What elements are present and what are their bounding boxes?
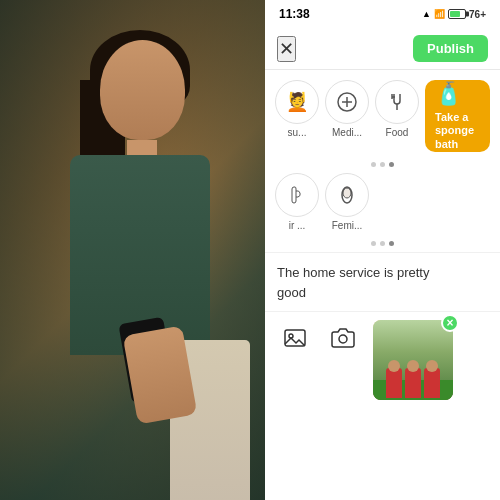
status-time: 11:38: [279, 7, 310, 21]
text-content-line1: The home service is pretty: [277, 263, 488, 283]
publish-button[interactable]: Publish: [413, 35, 488, 62]
media-thumbnail-container: ×: [373, 320, 453, 400]
category-label-medi: Medi...: [332, 127, 362, 138]
category-icon-femi: [325, 173, 369, 217]
category-item-femi[interactable]: Femi...: [325, 173, 369, 231]
category-icon-su: 💆: [275, 80, 319, 124]
battery-label: 76+: [469, 9, 486, 20]
image-picker-button[interactable]: [277, 320, 313, 356]
text-section[interactable]: The home service is pretty good: [265, 252, 500, 312]
thumb-figure-3: [424, 368, 440, 398]
category-label-ir: ir ...: [289, 220, 306, 231]
person-head: [100, 40, 185, 140]
category-item-medi[interactable]: Medi...: [325, 80, 369, 152]
selected-category-icon: 🧴: [435, 81, 462, 107]
wifi-icon: ▲: [422, 9, 431, 19]
dot-3: [389, 162, 394, 167]
category-label-su: su...: [288, 127, 307, 138]
categories-section: 💆 su... Medi...: [265, 70, 500, 156]
category-icon-medi: [325, 80, 369, 124]
thumb-figure-2: [405, 368, 421, 398]
battery-icon: [448, 9, 466, 19]
dots-row-2: [265, 235, 500, 252]
selected-category-label: Take a sponge bath: [435, 111, 480, 151]
status-icons: ▲ 📶 76+: [422, 9, 486, 20]
svg-point-10: [339, 335, 347, 343]
dot-1: [371, 162, 376, 167]
category-label-food: Food: [386, 127, 409, 138]
dot-6: [389, 241, 394, 246]
media-thumbnail: [373, 320, 453, 400]
category-item-food[interactable]: Food: [375, 80, 419, 152]
category-label-femi: Femi...: [332, 220, 363, 231]
media-section: ×: [265, 312, 500, 408]
status-bar: 11:38 ▲ 📶 76+: [265, 0, 500, 28]
remove-thumbnail-button[interactable]: ×: [441, 314, 459, 332]
camera-button[interactable]: [325, 320, 361, 356]
dot-4: [371, 241, 376, 246]
thumb-figure-1: [386, 368, 402, 398]
category-row-2: ir ... Femi...: [265, 173, 500, 235]
close-button[interactable]: ✕: [277, 36, 296, 62]
dots-row-1: [265, 156, 500, 173]
signal-icon: 📶: [434, 9, 445, 19]
category-item-su[interactable]: 💆 su...: [275, 80, 319, 152]
category-item-ir[interactable]: ir ...: [275, 173, 319, 231]
dot-5: [380, 241, 385, 246]
category-icon-food: [375, 80, 419, 124]
phone-panel: 11:38 ▲ 📶 76+ ✕ Publish 💆 su...: [265, 0, 500, 500]
svg-point-7: [343, 188, 351, 198]
background-photo: [0, 0, 265, 500]
category-icon-ir: [275, 173, 319, 217]
selected-category-card[interactable]: 🧴 Take a sponge bath: [425, 80, 490, 152]
category-row-1: 💆 su... Medi...: [275, 80, 490, 152]
header: ✕ Publish: [265, 28, 500, 70]
dot-2: [380, 162, 385, 167]
text-content-line2: good: [277, 283, 488, 303]
